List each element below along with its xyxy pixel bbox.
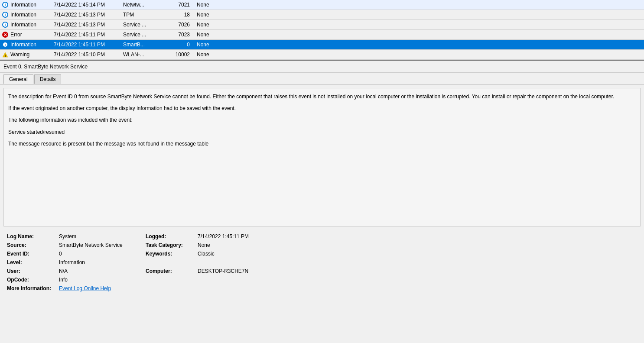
description-line4: Service started/resumed: [8, 128, 636, 136]
logged-value: 7/14/2022 1:45:11 PM: [198, 233, 310, 239]
description-box: The description for Event ID 0 from sour…: [3, 88, 641, 227]
source-label: Source:: [7, 242, 59, 248]
table-row[interactable]: ! Warning 7/14/2022 1:45:10 PM WLAN-... …: [0, 50, 644, 60]
task-cell: None: [197, 12, 231, 18]
task-cell: None: [197, 22, 231, 28]
description-line2: If the event originated on another compu…: [8, 104, 636, 113]
event-id-cell: 10002: [171, 52, 197, 58]
table-row[interactable]: i Information 7/14/2022 1:45:13 PM TPM 1…: [0, 10, 644, 20]
level-text: Error: [10, 32, 22, 38]
date-cell: 7/14/2022 1:45:11 PM: [54, 32, 123, 38]
event-id-label: Event ID:: [7, 251, 59, 257]
error-icon: ✕: [2, 31, 9, 38]
level-label: Level:: [7, 259, 59, 265]
source-cell: Service ...: [123, 32, 171, 38]
event-id-cell: 7023: [171, 32, 197, 38]
task-category-label: Task Category:: [146, 242, 198, 248]
keywords-value: Classic: [198, 251, 310, 257]
user-value: N/A: [59, 268, 146, 274]
source-cell: WLAN-...: [123, 52, 171, 58]
detail-panel: Event 0, SmartByte Network Service Gener…: [0, 61, 644, 295]
table-row[interactable]: i Information 7/14/2022 1:45:11 PM Smart…: [0, 40, 644, 50]
source-cell: TPM: [123, 12, 171, 18]
info-icon: i: [2, 1, 9, 8]
level-cell: i Information: [2, 41, 54, 48]
computer-label: Computer:: [146, 268, 198, 274]
date-cell: 7/14/2022 1:45:11 PM: [54, 42, 123, 48]
source-cell: Service ...: [123, 22, 171, 28]
tab-general[interactable]: General: [3, 74, 33, 84]
level-text: Information: [10, 2, 36, 8]
info-icon: i: [2, 11, 9, 18]
keywords-label: Keywords:: [146, 251, 198, 257]
tab-details[interactable]: Details: [34, 74, 62, 84]
level-cell: ✕ Error: [2, 31, 54, 38]
opcode-label: OpCode:: [7, 277, 59, 283]
warning-icon: !: [2, 51, 9, 58]
description-line5: The message resource is present but the …: [8, 140, 636, 148]
event-title: Event 0, SmartByte Network Service: [0, 61, 644, 73]
metadata-grid: Log Name: System Logged: 7/14/2022 1:45:…: [0, 230, 644, 295]
log-name-value: System: [59, 233, 146, 239]
date-cell: 7/14/2022 1:45:13 PM: [54, 22, 123, 28]
task-cell: None: [197, 32, 231, 38]
level-cell: i Information: [2, 21, 54, 28]
task-category-value: None: [198, 242, 310, 248]
info-icon: i: [2, 41, 9, 48]
level-text: Information: [10, 12, 36, 18]
level-cell: i Information: [2, 11, 54, 18]
event-id-cell: 0: [171, 42, 197, 48]
level-cell: i Information: [2, 1, 54, 8]
event-id-cell: 7021: [171, 2, 197, 8]
opcode-value: Info: [59, 277, 146, 283]
task-cell: None: [197, 52, 231, 58]
event-id-cell: 7026: [171, 22, 197, 28]
logged-label: Logged:: [146, 233, 198, 239]
description-line3: The following information was included w…: [8, 116, 636, 124]
source-cell: SmartB...: [123, 42, 171, 48]
date-cell: 7/14/2022 1:45:14 PM: [54, 2, 123, 8]
table-row[interactable]: i Information 7/14/2022 1:45:14 PM Netwt…: [0, 0, 644, 10]
description-line1: The description for Event ID 0 from sour…: [8, 93, 636, 101]
table-row[interactable]: i Information 7/14/2022 1:45:13 PM Servi…: [0, 20, 644, 30]
event-id-value: 0: [59, 251, 146, 257]
source-cell: Netwtw...: [123, 2, 171, 8]
event-list: i Information 7/14/2022 1:45:14 PM Netwt…: [0, 0, 644, 61]
level-text: Warning: [10, 52, 29, 58]
more-info-link[interactable]: Event Log Online Help: [59, 285, 146, 291]
level-cell: ! Warning: [2, 51, 54, 58]
task-cell: None: [197, 2, 231, 8]
event-id-cell: 18: [171, 12, 197, 18]
source-value: SmartByte Network Service: [59, 242, 146, 248]
info-icon: i: [2, 21, 9, 28]
level-text: Information: [10, 42, 36, 48]
table-row[interactable]: ✕ Error 7/14/2022 1:45:11 PM Service ...…: [0, 30, 644, 40]
task-cell: None: [197, 42, 231, 48]
tabs-bar: General Details: [0, 73, 644, 84]
level-value: Information: [59, 259, 146, 265]
user-label: User:: [7, 268, 59, 274]
computer-value: DESKTOP-R3CHE7N: [198, 268, 310, 274]
level-text: Information: [10, 22, 36, 28]
more-info-label: More Information:: [7, 285, 59, 291]
date-cell: 7/14/2022 1:45:10 PM: [54, 52, 123, 58]
svg-text:!: !: [5, 54, 6, 58]
log-name-label: Log Name:: [7, 233, 59, 239]
date-cell: 7/14/2022 1:45:13 PM: [54, 12, 123, 18]
